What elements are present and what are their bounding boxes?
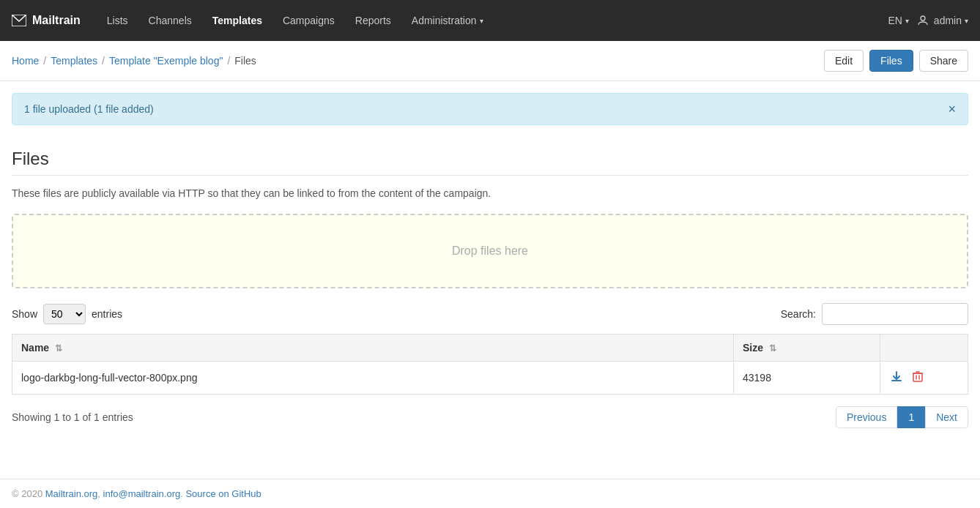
- show-label: Show: [12, 308, 37, 320]
- file-actions: [880, 362, 968, 395]
- page-description: These files are publicly available via H…: [12, 187, 968, 199]
- envelope-icon: [12, 15, 26, 26]
- table-row: logo-darkbg-long-full-vector-800px.png 4…: [12, 362, 968, 395]
- col-name[interactable]: Name ⇅: [12, 335, 734, 362]
- files-table: Name ⇅ Size ⇅ logo-darkbg-long-full-vect…: [12, 334, 968, 395]
- breadcrumb-template-name[interactable]: Template "Exemple blog": [109, 55, 223, 67]
- brand-name: Mailtrain: [32, 14, 81, 27]
- nav-links: Lists Channels Templates Campaigns Repor…: [98, 9, 888, 32]
- nav-templates[interactable]: Templates: [204, 9, 271, 32]
- nav-campaigns[interactable]: Campaigns: [274, 9, 344, 32]
- breadcrumb-current: Files: [234, 55, 256, 67]
- nav-administration[interactable]: Administration ▾: [403, 9, 492, 32]
- edit-button[interactable]: Edit: [824, 50, 864, 72]
- search-label: Search:: [781, 308, 816, 320]
- table-controls: Show 10 25 50 100 entries Search:: [12, 303, 968, 325]
- nav-right: EN ▾ admin ▾: [888, 15, 968, 26]
- show-entries-control: Show 10 25 50 100 entries: [12, 304, 122, 324]
- next-button[interactable]: Next: [925, 406, 968, 428]
- search-input[interactable]: [822, 303, 968, 325]
- download-icon: [891, 370, 902, 382]
- delete-button[interactable]: [911, 369, 924, 386]
- col-actions: [880, 335, 968, 362]
- brand-logo[interactable]: Mailtrain: [12, 14, 81, 27]
- breadcrumb-actions: Edit Files Share: [824, 50, 968, 72]
- breadcrumb-sep-3: /: [227, 55, 230, 67]
- files-button[interactable]: Files: [869, 50, 913, 72]
- breadcrumb: Home / Templates / Template "Exemple blo…: [12, 55, 256, 67]
- size-sort-icon: ⇅: [769, 343, 776, 354]
- breadcrumb-home[interactable]: Home: [12, 55, 39, 67]
- pagination-buttons: Previous 1 Next: [836, 406, 968, 428]
- download-button[interactable]: [889, 369, 904, 386]
- breadcrumb-sep-1: /: [43, 55, 46, 67]
- user-menu[interactable]: admin ▾: [918, 15, 968, 26]
- file-size: 43198: [734, 362, 880, 395]
- breadcrumb-sep-2: /: [102, 55, 105, 67]
- entries-select[interactable]: 10 25 50 100: [43, 304, 86, 324]
- entries-label: entries: [92, 308, 122, 320]
- page-divider: [12, 175, 968, 176]
- breadcrumb-bar: Home / Templates / Template "Exemple blo…: [0, 41, 980, 81]
- navbar: Mailtrain Lists Channels Templates Campa…: [0, 0, 980, 41]
- page-1-button[interactable]: 1: [897, 406, 925, 428]
- nav-channels[interactable]: Channels: [140, 9, 201, 32]
- search-control: Search:: [781, 303, 968, 325]
- breadcrumb-templates[interactable]: Templates: [51, 55, 97, 67]
- pagination-area: Showing 1 to 1 of 1 entries Previous 1 N…: [12, 406, 968, 428]
- col-size[interactable]: Size ⇅: [734, 335, 880, 362]
- alert-banner: 1 file uploaded (1 file added) ×: [12, 93, 968, 125]
- share-button[interactable]: Share: [919, 50, 968, 72]
- user-icon: [918, 15, 928, 26]
- pagination-info: Showing 1 to 1 of 1 entries: [12, 411, 133, 423]
- lang-caret: ▾: [905, 17, 909, 25]
- action-icons: [889, 369, 959, 386]
- svg-rect-3: [913, 373, 922, 381]
- page-title: Files: [12, 149, 968, 169]
- trash-icon: [913, 370, 923, 382]
- name-sort-icon: ⇅: [55, 343, 62, 354]
- table-header-row: Name ⇅ Size ⇅: [12, 335, 968, 362]
- table-header: Name ⇅ Size ⇅: [12, 335, 968, 362]
- table-body: logo-darkbg-long-full-vector-800px.png 4…: [12, 362, 968, 395]
- file-dropzone[interactable]: Drop files here: [12, 214, 968, 288]
- previous-button[interactable]: Previous: [836, 406, 897, 428]
- nav-lists[interactable]: Lists: [98, 9, 137, 32]
- dropdown-caret: ▾: [480, 17, 483, 25]
- file-name: logo-darkbg-long-full-vector-800px.png: [12, 362, 734, 395]
- user-caret: ▾: [965, 17, 968, 25]
- alert-message: 1 file uploaded (1 file added): [24, 103, 154, 115]
- main-content: Files These files are publicly available…: [0, 137, 980, 440]
- language-selector[interactable]: EN ▾: [888, 15, 908, 26]
- nav-reports[interactable]: Reports: [346, 9, 400, 32]
- svg-point-1: [921, 16, 925, 20]
- alert-close-button[interactable]: ×: [948, 102, 956, 116]
- dropzone-label: Drop files here: [452, 244, 528, 257]
